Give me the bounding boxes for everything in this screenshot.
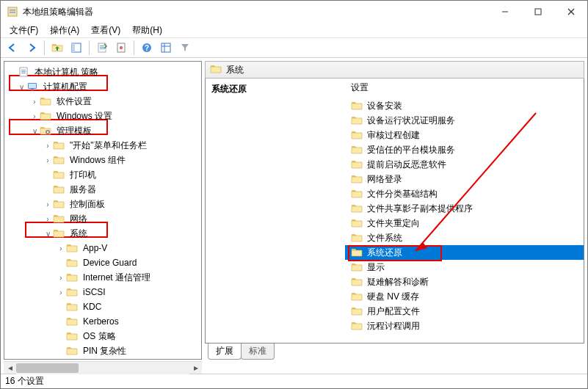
list-item[interactable]: 文件共享影子副本提供程序	[345, 201, 584, 216]
list-item[interactable]: 疑难解答和诊断	[345, 275, 584, 289]
list-item-selected[interactable]: 系统还原	[345, 245, 584, 260]
scroll-track[interactable]	[16, 362, 189, 374]
tree-kerberos[interactable]: Kerberos	[4, 314, 201, 329]
close-button[interactable]	[554, 1, 587, 23]
folder-icon	[66, 316, 78, 327]
export-list-button[interactable]	[93, 39, 111, 57]
folder-icon	[66, 330, 78, 342]
tree-software-settings[interactable]: ›软件设置	[4, 94, 201, 109]
collapse-icon[interactable]: ∨	[29, 127, 40, 135]
collapse-icon[interactable]: ∨	[43, 230, 53, 238]
settings-list[interactable]: 设备安装 设备运行状况证明服务 审核过程创建 受信任的平台模块服务 提前启动反恶…	[345, 98, 584, 343]
tree-windows-components[interactable]: ›Windows 组件	[4, 153, 201, 167]
tree-pane[interactable]: 本地计算机 策略 ∨计算机配置 ›软件设置 ›Windows 设置 ∨管理模板 …	[4, 61, 202, 360]
folder-icon	[351, 291, 363, 302]
tree-label: 控制面板	[68, 197, 107, 211]
tree-printers[interactable]: 打印机	[4, 167, 201, 182]
list-item[interactable]: 沅程讨程调用	[345, 319, 584, 333]
filter-options-button[interactable]	[157, 39, 175, 57]
tree-app-v[interactable]: ›App-V	[4, 241, 201, 255]
list-item-label: 设备运行状况证明服务	[367, 114, 455, 127]
folder-icon	[351, 247, 363, 258]
tree-root[interactable]: 本地计算机 策略	[4, 65, 201, 79]
tree-kdc[interactable]: KDC	[4, 299, 201, 314]
tree-network[interactable]: ›网络	[4, 211, 201, 226]
tree-label: 管理模板	[54, 124, 94, 138]
tree-system[interactable]: ∨系统	[4, 226, 201, 241]
tree-label: 打印机	[68, 168, 98, 182]
list-item[interactable]: 文件夹重定向	[345, 216, 584, 230]
folder-icon	[351, 320, 363, 332]
collapse-icon[interactable]: ∨	[16, 83, 26, 91]
tree-computer-config[interactable]: ∨计算机配置	[4, 79, 201, 94]
list-item[interactable]: 设备运行状况证明服务	[345, 113, 584, 128]
list-item[interactable]: 文件系统	[345, 230, 584, 245]
expand-icon[interactable]: ›	[56, 244, 66, 252]
minimize-button[interactable]	[488, 1, 521, 23]
tree-device-guard[interactable]: Device Guard	[4, 255, 201, 270]
menu-action[interactable]: 操作(A)	[44, 23, 85, 38]
right-body: 系统还原 设置 设备安装 设备运行状况证明服务 审核过程创建	[205, 79, 584, 343]
folder-icon	[53, 183, 65, 195]
tree-iscsi[interactable]: ›iSCSI	[4, 285, 201, 299]
forward-button[interactable]	[23, 39, 40, 57]
column-header-settings[interactable]: 设置	[345, 79, 584, 98]
window-controls	[488, 1, 587, 23]
tab-standard[interactable]: 标准	[241, 343, 275, 360]
folder-icon	[351, 232, 363, 244]
right-pane: 系统 系统还原 设置 设备安装 设备运行状	[205, 61, 584, 360]
tree-label: "开始"菜单和任务栏	[68, 139, 149, 153]
tree-admin-templates[interactable]: ∨管理模板	[4, 123, 201, 138]
list-item[interactable]: 设备安装	[345, 98, 584, 113]
expand-icon[interactable]: ›	[43, 156, 53, 164]
help-button[interactable]: ?	[138, 39, 156, 57]
tree-server[interactable]: 服务器	[4, 182, 201, 197]
list-item-label: 显示	[367, 261, 385, 274]
expand-icon[interactable]: ›	[56, 274, 66, 282]
expand-icon[interactable]: ›	[43, 200, 53, 208]
svg-rect-17	[72, 43, 75, 52]
list-item[interactable]: 文件分类基础结构	[345, 186, 584, 201]
scroll-right-button[interactable]: ▸	[189, 362, 202, 374]
expand-icon[interactable]: ›	[29, 98, 40, 106]
tree-os-policy[interactable]: OS 策略	[4, 329, 201, 343]
folder-icon	[351, 305, 363, 317]
tab-extended[interactable]: 扩展	[208, 343, 242, 360]
tree-start-menu[interactable]: ›"开始"菜单和任务栏	[4, 138, 201, 153]
menu-help[interactable]: 帮助(H)	[126, 23, 168, 38]
maximize-button[interactable]	[521, 1, 554, 23]
expand-icon[interactable]: ›	[43, 215, 53, 223]
list-item-label: 设备安装	[367, 100, 402, 112]
menu-file[interactable]: 文件(F)	[4, 23, 44, 38]
list-item[interactable]: 受信任的平台模块服务	[345, 142, 584, 157]
expand-icon[interactable]: ›	[56, 288, 66, 297]
properties-button[interactable]	[112, 39, 130, 57]
tree-control-panel[interactable]: ›控制面板	[4, 197, 201, 211]
list-item[interactable]: 用户配置文件	[345, 304, 584, 319]
list-item[interactable]: 提前启动反恶意软件	[345, 157, 584, 172]
tree-windows-settings[interactable]: ›Windows 设置	[4, 109, 201, 123]
left-pane-hscroll[interactable]: ◂ ▸	[4, 361, 202, 374]
list-item[interactable]: 显示	[345, 260, 584, 275]
show-hide-tree-button[interactable]	[68, 39, 85, 57]
scroll-left-button[interactable]: ◂	[4, 362, 16, 374]
tree-pin-complexity[interactable]: PIN 复杂性	[4, 343, 201, 358]
filter-button[interactable]	[176, 39, 194, 57]
folder-icon	[53, 213, 65, 225]
up-button[interactable]	[48, 39, 66, 57]
list-item[interactable]: 审核过程创建	[345, 128, 584, 142]
tree-internet-mgmt[interactable]: ›Internet 通信管理	[4, 270, 201, 285]
expand-icon[interactable]: ›	[29, 112, 40, 120]
scroll-thumb[interactable]	[16, 363, 79, 373]
expand-icon[interactable]: ›	[43, 142, 53, 150]
folder-icon	[351, 129, 363, 141]
folder-icon	[53, 198, 65, 210]
folder-icon	[53, 154, 65, 166]
list-item[interactable]: 网络登录	[345, 172, 584, 186]
folder-icon	[351, 144, 363, 156]
right-description-column: 系统还原	[206, 79, 345, 343]
window-title: 本地组策略编辑器	[23, 6, 488, 18]
back-button[interactable]	[4, 39, 21, 57]
list-item[interactable]: 硬盘 NV 缓存	[345, 289, 584, 304]
menu-view[interactable]: 查看(V)	[85, 23, 126, 38]
